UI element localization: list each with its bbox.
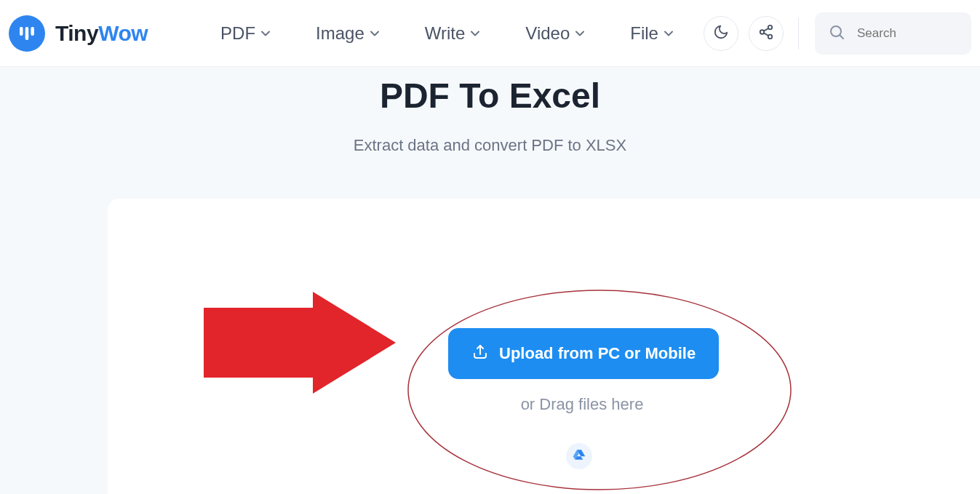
- nav-label: Image: [316, 23, 364, 44]
- annotation-arrow-icon: [204, 292, 396, 394]
- svg-rect-1: [25, 27, 29, 40]
- google-drive-icon: [573, 448, 586, 464]
- chevron-down-icon: [664, 28, 674, 39]
- upload-button-label: Upload from PC or Mobile: [499, 344, 696, 363]
- svg-line-9: [840, 35, 844, 39]
- upload-button[interactable]: Upload from PC or Mobile: [448, 328, 719, 379]
- chevron-down-icon: [370, 28, 380, 39]
- chevron-down-icon: [260, 28, 271, 39]
- search[interactable]: [815, 12, 971, 55]
- page-title: PDF To Excel: [0, 76, 980, 116]
- nav-label: Write: [425, 23, 466, 44]
- nav-label: Video: [525, 23, 570, 44]
- dark-mode-button[interactable]: [704, 16, 738, 51]
- header-actions: [704, 12, 971, 55]
- upload-icon: [471, 343, 489, 364]
- nav-item-image[interactable]: Image: [316, 23, 380, 44]
- svg-rect-0: [20, 27, 23, 36]
- nav-label: PDF: [220, 23, 255, 44]
- nav-item-pdf[interactable]: PDF: [220, 23, 271, 44]
- search-input[interactable]: [857, 26, 958, 41]
- drag-hint: or Drag files here: [448, 395, 716, 414]
- nav-item-video[interactable]: Video: [525, 23, 585, 44]
- nav-label: File: [630, 23, 658, 44]
- site-header: TinyWow PDF Image Write Video: [0, 0, 980, 67]
- svg-rect-2: [31, 27, 34, 36]
- nav-item-write[interactable]: Write: [425, 23, 481, 44]
- main-nav: PDF Image Write Video File: [220, 23, 704, 44]
- svg-marker-10: [204, 292, 396, 394]
- chevron-down-icon: [470, 28, 480, 39]
- chevron-down-icon: [575, 28, 585, 39]
- share-button[interactable]: [749, 16, 784, 51]
- page-subtitle: Extract data and convert PDF to XLSX: [0, 136, 980, 155]
- svg-point-11: [408, 290, 791, 490]
- annotation-ellipse-icon: [407, 289, 792, 491]
- logo-text: TinyWow: [55, 21, 148, 46]
- svg-line-6: [764, 28, 768, 31]
- search-icon: [828, 23, 845, 44]
- logo-icon: [9, 15, 45, 52]
- share-icon: [758, 24, 774, 43]
- google-drive-button[interactable]: [566, 443, 592, 469]
- moon-icon: [713, 24, 729, 43]
- divider: [798, 17, 799, 49]
- upload-card: Upload from PC or Mobile or Drag files h…: [108, 199, 980, 494]
- svg-line-7: [764, 33, 768, 36]
- nav-item-file[interactable]: File: [630, 23, 674, 44]
- logo[interactable]: TinyWow: [9, 15, 148, 52]
